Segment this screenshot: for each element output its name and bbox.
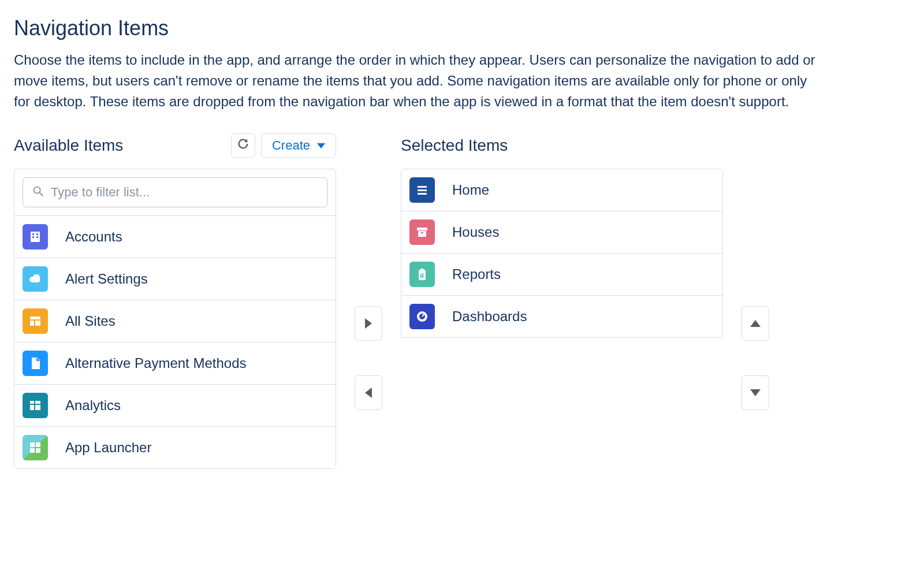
refresh-icon <box>237 137 249 154</box>
list-item[interactable]: Alert Settings <box>14 258 336 300</box>
list-item[interactable]: App Launcher <box>14 427 336 468</box>
archive-icon <box>409 219 435 245</box>
page-title: Navigation Items <box>14 16 910 40</box>
selected-column: Selected Items HomeHousesReportsDashboar… <box>401 133 723 338</box>
create-button-label: Create <box>272 138 310 153</box>
move-left-button[interactable] <box>355 375 382 410</box>
list-item-label: Analytics <box>65 397 121 414</box>
triangle-right-icon <box>365 318 372 329</box>
triangle-down-icon <box>750 389 761 396</box>
list-item-label: Alert Settings <box>65 271 148 287</box>
layout-icon <box>23 308 48 334</box>
document-icon <box>23 351 48 376</box>
list-item-label: All Sites <box>65 313 116 329</box>
list-item[interactable]: Houses <box>401 211 722 254</box>
table-icon <box>23 393 48 418</box>
move-up-button[interactable] <box>742 306 769 341</box>
triangle-left-icon <box>365 388 372 398</box>
lines-icon <box>409 177 435 203</box>
list-item-label: Accounts <box>65 229 122 245</box>
dual-listbox: Available Items Create AccountsAlert Set… <box>14 133 910 469</box>
list-item[interactable]: Alternative Payment Methods <box>14 343 336 385</box>
available-title: Available Items <box>14 136 123 155</box>
list-item-label: App Launcher <box>65 440 151 456</box>
available-listbox: AccountsAlert SettingsAll SitesAlternati… <box>14 169 336 469</box>
list-item[interactable]: All Sites <box>14 300 336 343</box>
filter-input[interactable] <box>23 177 327 207</box>
caret-down-icon <box>317 143 325 148</box>
list-item[interactable]: Dashboards <box>401 296 722 337</box>
list-item[interactable]: Analytics <box>14 385 336 427</box>
search-icon <box>32 185 44 200</box>
reorder-buttons <box>742 133 769 410</box>
move-right-button[interactable] <box>355 306 382 341</box>
move-down-button[interactable] <box>742 375 769 410</box>
selected-title: Selected Items <box>401 136 508 155</box>
list-item[interactable]: Accounts <box>14 216 336 258</box>
grid-icon <box>23 435 48 460</box>
list-item-label: Dashboards <box>452 308 527 325</box>
gauge-icon <box>409 304 435 329</box>
create-button[interactable]: Create <box>261 133 336 158</box>
list-item[interactable]: Home <box>401 169 722 211</box>
triangle-up-icon <box>750 320 761 327</box>
refresh-button[interactable] <box>231 133 255 158</box>
list-item-label: Alternative Payment Methods <box>65 355 247 371</box>
list-item[interactable]: Reports <box>401 254 722 296</box>
list-item-label: Reports <box>452 266 501 282</box>
clipboard-icon <box>409 262 435 287</box>
list-item-label: Home <box>452 182 489 198</box>
building-icon <box>23 224 48 250</box>
list-item-label: Houses <box>452 224 499 240</box>
move-buttons <box>355 133 382 410</box>
page-description: Choose the items to include in the app, … <box>14 50 822 112</box>
cloud-icon <box>23 266 48 292</box>
selected-listbox: HomeHousesReportsDashboards <box>401 169 723 338</box>
available-column: Available Items Create AccountsAlert Set… <box>14 133 336 469</box>
